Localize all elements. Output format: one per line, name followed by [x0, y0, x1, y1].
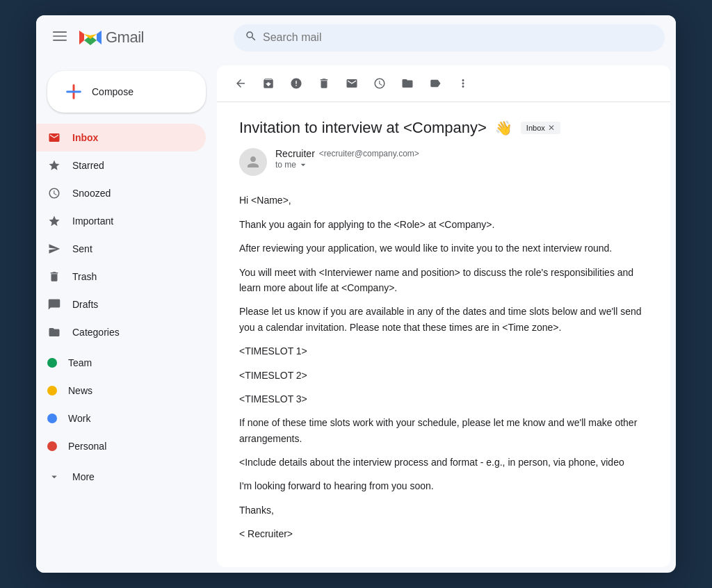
clock-icon: [47, 187, 61, 199]
team-dot-icon: [47, 358, 57, 368]
work-dot-icon: [47, 414, 57, 423]
header-left: Gmail: [47, 24, 228, 52]
email-body-line: Hi <Name>,: [239, 193, 648, 208]
email-toolbar: [217, 65, 670, 102]
star-icon: [47, 159, 61, 172]
email-panel: Invitation to interview at <Company> 👋 I…: [217, 65, 670, 566]
hamburger-icon[interactable]: [47, 24, 72, 52]
sender-info: Recruiter <recruiter@company.com> to me: [275, 148, 648, 170]
email-meta: Recruiter <recruiter@company.com> to me: [239, 148, 648, 176]
email-body: Invitation to interview at <Company> 👋 I…: [217, 102, 670, 566]
important-label: Important: [72, 215, 113, 227]
news-dot-icon: [47, 386, 57, 395]
sidebar-item-important[interactable]: Important: [36, 207, 206, 235]
sidebar-item-news[interactable]: News: [36, 377, 206, 405]
more-label: More: [72, 471, 95, 482]
sender-email: <recruiter@company.com>: [319, 149, 419, 158]
important-icon: [47, 215, 61, 227]
snoozed-label: Snoozed: [72, 188, 111, 199]
sidebar-item-team[interactable]: Team: [36, 349, 206, 377]
trash-label: Trash: [72, 271, 97, 282]
avatar: [239, 148, 267, 176]
email-body-line: <TIMESLOT 3>: [239, 391, 648, 407]
main-content: Compose Inbox Starred: [36, 60, 676, 572]
more-chevron-icon: [47, 471, 61, 483]
personal-dot-icon: [47, 441, 57, 451]
app-window: Gmail Compose: [36, 15, 676, 572]
svg-rect-0: [53, 31, 67, 33]
m-logo-icon: [78, 25, 103, 50]
email-content: Hi <Name>,Thank you again for applying t…: [239, 193, 648, 541]
search-input[interactable]: [263, 31, 654, 44]
sender-to-label: to me: [275, 160, 296, 170]
categories-icon: [47, 326, 61, 338]
archive-button[interactable]: [256, 71, 281, 96]
inbox-badge-close-button[interactable]: ✕: [548, 123, 555, 133]
trash-icon: [47, 270, 61, 283]
more-options-button[interactable]: [451, 71, 476, 96]
search-bar[interactable]: [234, 24, 665, 51]
email-body-line: Thank you again for applying to the <Rol…: [239, 217, 648, 232]
inbox-badge-label: Inbox: [526, 124, 545, 132]
inbox-badge: Inbox ✕: [521, 122, 560, 134]
sidebar-item-starred[interactable]: Starred: [36, 152, 206, 179]
labels-button[interactable]: [423, 71, 448, 96]
starred-label: Starred: [72, 160, 104, 171]
sidebar-item-snoozed[interactable]: Snoozed: [36, 179, 206, 207]
sidebar-item-trash[interactable]: Trash: [36, 263, 206, 291]
compose-plus-icon: [64, 82, 83, 101]
email-body-line: If none of these time slots work with yo…: [239, 415, 648, 446]
sent-label: Sent: [72, 243, 92, 254]
sidebar-item-more[interactable]: More: [36, 463, 206, 491]
compose-button[interactable]: Compose: [47, 71, 206, 113]
sidebar: Compose Inbox Starred: [36, 60, 217, 572]
move-to-button[interactable]: [395, 71, 420, 96]
inbox-label: Inbox: [72, 132, 98, 143]
email-subject: Invitation to interview at <Company>: [239, 119, 487, 137]
email-body-line: <Include details about the interview pro…: [239, 455, 648, 470]
back-button[interactable]: [228, 71, 253, 96]
sidebar-item-sent[interactable]: Sent: [36, 235, 206, 263]
compose-label: Compose: [92, 86, 134, 97]
sidebar-item-inbox[interactable]: Inbox: [36, 124, 206, 152]
drafts-icon: [47, 298, 61, 311]
email-body-line: You will meet with <Interviewer name and…: [239, 265, 648, 296]
sidebar-item-work[interactable]: Work: [36, 405, 206, 432]
subject-emoji: 👋: [495, 120, 512, 136]
email-subject-row: Invitation to interview at <Company> 👋 I…: [239, 119, 648, 137]
sidebar-item-drafts[interactable]: Drafts: [36, 291, 206, 318]
team-label: Team: [68, 357, 92, 368]
email-body-line: I'm looking forward to hearing from you …: [239, 478, 648, 493]
inbox-icon: [47, 131, 61, 144]
svg-rect-1: [53, 35, 67, 37]
gmail-logo: Gmail: [78, 25, 144, 50]
report-button[interactable]: [284, 71, 309, 96]
delete-button[interactable]: [312, 71, 337, 96]
search-icon: [245, 30, 257, 46]
sender-name: Recruiter: [275, 148, 315, 159]
email-body-line: <TIMESLOT 1>: [239, 343, 648, 359]
email-body-line: Thanks,: [239, 503, 648, 518]
drafts-label: Drafts: [72, 299, 98, 310]
email-body-line: <TIMESLOT 2>: [239, 368, 648, 383]
email-body-line: < Recruiter>: [239, 526, 648, 541]
work-label: Work: [68, 413, 90, 424]
email-body-line: After reviewing your application, we wou…: [239, 240, 648, 256]
sidebar-item-categories[interactable]: Categories: [36, 318, 206, 346]
sender-to[interactable]: to me: [275, 159, 648, 170]
mark-unread-button[interactable]: [339, 71, 364, 96]
snooze-button[interactable]: [367, 71, 392, 96]
gmail-title: Gmail: [106, 28, 144, 47]
news-label: News: [68, 385, 92, 396]
send-icon: [47, 243, 61, 255]
email-body-line: Please let us know if you are available …: [239, 304, 648, 335]
sidebar-item-personal[interactable]: Personal: [36, 432, 206, 460]
categories-label: Categories: [72, 327, 120, 338]
svg-rect-2: [53, 40, 67, 41]
personal-label: Personal: [68, 441, 106, 452]
header: Gmail: [36, 15, 676, 60]
